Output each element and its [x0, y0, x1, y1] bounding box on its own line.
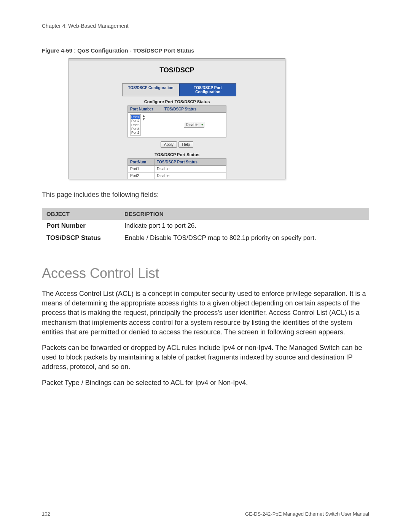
- body-paragraph: Packet Type / Bindings can be selected t…: [42, 378, 369, 388]
- port-option[interactable]: Port1: [131, 115, 140, 119]
- tab-tos-port-config[interactable]: TOS/DSCP Port Configuration: [179, 83, 236, 96]
- intro-text: This page includes the following fields:: [42, 191, 369, 199]
- tab-tos-config[interactable]: TOS/DSCP Configuration: [122, 83, 179, 96]
- doc-title: GE-DS-242-PoE Managed Ethernet Switch Us…: [245, 511, 369, 517]
- status-table: PortNum TOS/DSCP Port Status Port1Disabl…: [127, 158, 226, 179]
- chapter-header: Chapter 4: Web-Based Management: [42, 23, 369, 29]
- port-option[interactable]: Port4: [131, 127, 140, 131]
- fields-header-object: OBJECT: [42, 208, 120, 220]
- fields-header-description: DESCRIPTION: [120, 208, 369, 220]
- listbox-scroll-icon[interactable]: ▲▼: [142, 114, 145, 121]
- help-button[interactable]: Help: [178, 141, 193, 148]
- fields-table: OBJECT DESCRIPTION Port Number Indicate …: [42, 208, 369, 244]
- configure-table: Port Number TOS/DSCP Status Port1 Port2 …: [127, 105, 226, 137]
- table-row: TOS/DSCP Status Enable / Disable TOS/DSC…: [42, 232, 369, 244]
- field-description: Enable / Disable TOS/DSCP map to 802.1p …: [120, 232, 369, 244]
- col-port-status: TOS/DSCP Port Status: [155, 158, 226, 165]
- body-paragraph: The Access Control List (ACL) is a conce…: [42, 289, 369, 337]
- page-footer: 102 GE-DS-242-PoE Managed Ethernet Switc…: [42, 511, 369, 517]
- figure-caption: Figure 4-59 : QoS Configuration - TOS/DS…: [42, 47, 369, 54]
- port-option[interactable]: Port2: [131, 119, 140, 123]
- status-dropdown[interactable]: Disable: [184, 122, 204, 128]
- apply-button[interactable]: Apply: [161, 141, 177, 148]
- field-object: Port Number: [42, 220, 120, 232]
- tab-row: TOS/DSCP Configuration TOS/DSCP Port Con…: [122, 83, 236, 96]
- col-tos-status: TOS/DSCP Status: [162, 106, 226, 113]
- port-option[interactable]: Port3: [131, 123, 140, 127]
- status-section-title: TOS/DSCP Port Status: [122, 149, 232, 158]
- page-number: 102: [42, 511, 50, 517]
- table-row: Port2Disable: [128, 172, 226, 179]
- table-row: Port Number Indicate port 1 to port 26.: [42, 220, 369, 232]
- col-portnum: PortNum: [128, 158, 155, 165]
- screenshot-panel: TOS/DSCP TOS/DSCP Configuration TOS/DSCP…: [68, 58, 285, 179]
- port-option[interactable]: Port5: [131, 131, 140, 134]
- col-port-number: Port Number: [128, 106, 162, 113]
- ui-title: TOS/DSCP: [69, 61, 285, 81]
- field-object: TOS/DSCP Status: [42, 232, 120, 244]
- port-listbox[interactable]: Port1 Port2 Port3 Port4 Port5: [130, 114, 141, 136]
- section-heading: Access Control List: [42, 265, 369, 281]
- field-description: Indicate port 1 to port 26.: [120, 220, 369, 232]
- body-paragraph: Packets can be forwarded or dropped by A…: [42, 343, 369, 372]
- table-row: Port1Disable: [128, 165, 226, 172]
- configure-section-title: Configure Port TOS/DSCP Status: [122, 96, 232, 105]
